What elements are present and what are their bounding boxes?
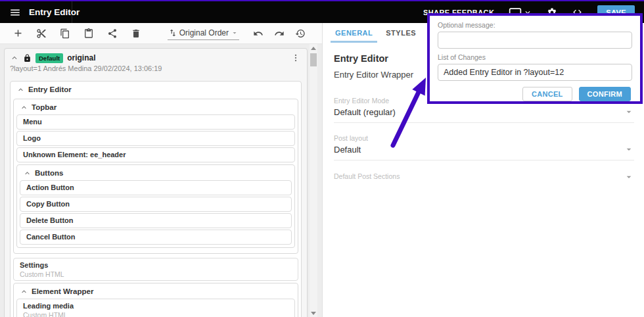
tree-item-logo[interactable]: Logo [16,131,295,146]
hamburger-menu-icon[interactable] [9,7,21,18]
tree-item-unknown-element[interactable]: Unknown Element: ee_header [16,147,295,162]
sort-order-select[interactable]: Original Order [168,27,239,40]
dropdown-caret-icon [624,172,634,182]
lock-icon [23,54,32,62]
layout-tree: Entry Editor Topbar Menu [5,78,307,317]
tree-item-sublabel: Custom HTML [20,270,292,278]
tree-group-buttons-header[interactable]: Buttons [20,165,292,180]
field-label: Post layout [334,134,634,142]
tree-group-label: Buttons [35,169,63,177]
field-label: Default Post Sections [334,172,400,180]
app-title: Entry Editor [29,7,80,17]
tree-item-leading-media[interactable]: Leading media Custom HTML [16,299,295,317]
appbar-left-section: Entry Editor [0,1,72,23]
field-value: Default (regular) [334,107,396,117]
tree-group-entry-editor: Entry Editor Topbar Menu [10,81,302,317]
collapse-chevron-up-icon[interactable] [10,53,19,62]
save-confirm-dialog: Optional message: List of Changes CANCEL… [427,13,643,104]
chevron-up-icon [20,287,28,296]
tree-group-element-wrapper-header[interactable]: Element Wrapper [16,283,295,299]
tree-item-cancel-button[interactable]: Cancel Button [20,230,292,245]
tree-item-label: Leading media [23,301,288,311]
tree-item-menu[interactable]: Menu [16,114,295,130]
tree-group-label: Topbar [32,103,57,111]
dialog-actions: CANCEL CONFIRM [438,87,632,101]
entry-editor-mode-select[interactable]: Default (regular) [334,107,634,123]
tree-group-entry-editor-header[interactable]: Entry Editor [13,82,298,97]
tree-item-delete-button[interactable]: Delete Button [20,213,292,228]
field-default-post-sections: Default Post Sections [334,172,634,182]
scrollbar-down-arrow[interactable] [310,309,317,317]
delete-icon[interactable] [127,25,145,42]
tree-item-label: Delete Button [26,216,285,226]
tree-item-action-button[interactable]: Action Button [20,180,292,195]
tree-group-element-wrapper: Element Wrapper Leading media Custom HTM… [13,283,298,317]
scrollbar-thumb[interactable] [310,53,317,66]
tree-item-label: Menu [23,117,288,127]
list-of-changes-input[interactable] [438,64,632,81]
tree-item-sublabel: Custom HTML [23,311,288,317]
field-post-layout: Post layout Default [334,134,634,160]
default-post-sections-select[interactable]: Default Post Sections [334,172,634,182]
tree-group-topbar: Topbar Menu Logo Unknown Element: ee_hea… [13,99,298,254]
kebab-menu-icon[interactable] [291,53,300,63]
tree-item-label: Copy Button [26,199,285,209]
add-icon[interactable] [9,25,26,42]
tree-item-label: Unknown Element: ee_header [23,150,288,160]
cut-icon[interactable] [33,25,50,42]
revision-meta: ?layout=1 Andrés Medina 29/02/2024, 13:0… [10,64,300,74]
tree-group-topbar-header[interactable]: Topbar [16,99,295,114]
tree-item-copy-button[interactable]: Copy Button [20,197,292,212]
sort-icon [168,28,177,37]
revision-card: Default original ?layout=1 Andrés Medina… [4,48,308,317]
tree-item-label: Cancel Button [26,232,285,242]
layout-tree-area: Default original ?layout=1 Andrés Medina… [0,44,322,317]
chevron-up-icon [20,103,28,112]
tree-scrollbar[interactable] [310,44,317,317]
copy-icon[interactable] [57,25,74,42]
scrollbar-up-arrow[interactable] [310,44,317,52]
optional-message-label: Optional message: [438,21,632,30]
revision-title: original [67,53,95,62]
tree-item-label: Logo [23,134,288,143]
paste-icon[interactable] [80,25,97,42]
cancel-button[interactable]: CANCEL [522,87,572,101]
list-of-changes-label: List of Changes [438,53,632,62]
default-badge: Default [35,53,63,63]
tab-styles[interactable]: STYLES [379,23,423,43]
tree-toolbar: Original Order [0,23,322,44]
tree-item-settings[interactable]: Settings Custom HTML [13,258,298,281]
tree-item-label: Action Button [26,183,285,193]
chevron-down-icon [231,29,239,37]
tree-group-label: Entry Editor [28,85,72,93]
dropdown-caret-icon [624,107,634,117]
history-icon[interactable] [292,25,309,42]
share-icon[interactable] [104,25,121,42]
tab-general[interactable]: GENERAL [329,23,379,43]
sort-order-value: Original Order [179,28,229,37]
optional-message-input[interactable] [438,32,632,49]
tree-group-buttons: Buttons Action Button Copy Button Delete… [16,164,295,248]
history-controls [250,25,309,42]
tree-group-label: Element Wrapper [32,287,93,295]
layout-editor-pane: Original Order [0,23,322,317]
chevron-up-icon [16,85,25,94]
revision-header: Default original ?layout=1 Andrés Medina… [5,49,307,78]
tree-item-label: Settings [20,260,292,270]
undo-icon[interactable] [250,25,267,42]
redo-icon[interactable] [271,25,288,42]
field-value: Default [334,145,361,155]
dropdown-caret-icon [624,144,634,155]
confirm-button[interactable]: CONFIRM [579,87,631,101]
chevron-up-icon [23,169,32,178]
post-layout-select[interactable]: Default [334,144,634,160]
